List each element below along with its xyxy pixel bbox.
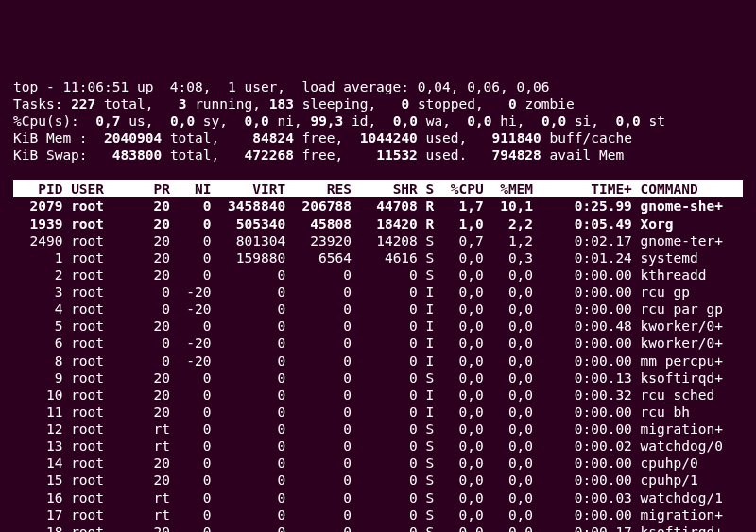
cell-time: 0:00.48 (558, 318, 632, 334)
cell-s: S (418, 438, 434, 454)
cell-pid: 15 (13, 472, 62, 488)
cell-shr: 0 (360, 524, 418, 532)
cell-pr: 20 (146, 233, 170, 249)
cell-pid: 11 (13, 404, 62, 420)
tasks-running: 3 (179, 96, 187, 112)
cell-time: 0:25.99 (558, 198, 632, 214)
cell-virt: 0 (219, 353, 285, 369)
cell-s: S (418, 421, 434, 437)
col-cpu[interactable]: %CPU (442, 181, 484, 197)
col-ni[interactable]: NI (179, 181, 212, 197)
cell-s: S (418, 250, 434, 266)
cell-command: rcu_bh (641, 404, 690, 420)
cell-command: cpuhp/0 (641, 455, 698, 471)
process-row[interactable]: 2079 root 20 0 3458840 206788 44708 R 1,… (13, 197, 743, 215)
cell-shr: 4616 (360, 250, 418, 266)
process-row[interactable]: 2 root 20 0 0 0 0 S 0,0 0,0 0:00.00 kthr… (13, 266, 743, 283)
col-command[interactable]: COMMAND (641, 181, 723, 197)
process-row[interactable]: 17 root rt 0 0 0 0 S 0,0 0,0 0:00.00 mig… (13, 506, 743, 523)
cell-ni: 0 (179, 267, 212, 283)
cell-pr: rt (146, 490, 170, 506)
col-user[interactable]: USER (71, 181, 146, 197)
col-virt[interactable]: VIRT (219, 181, 285, 197)
cell-res: 0 (294, 455, 352, 471)
cell-command: kthreadd (641, 267, 707, 283)
col-res[interactable]: RES (294, 181, 352, 197)
cell-pr: rt (146, 421, 170, 437)
cpu-sy: 0,0 (170, 113, 195, 129)
process-row[interactable]: 1939 root 20 0 505340 45808 18420 R 1,0 … (13, 215, 743, 232)
process-row[interactable]: 2490 root 20 0 801304 23920 14208 S 0,7 … (13, 232, 743, 249)
cell-time: 0:00.03 (558, 490, 632, 506)
cell-ni: 0 (179, 421, 212, 437)
cell-pr: 20 (146, 370, 170, 386)
process-row[interactable]: 10 root 20 0 0 0 0 I 0,0 0,0 0:00.32 rcu… (13, 386, 743, 403)
process-row[interactable]: 1 root 20 0 159880 6564 4616 S 0,0 0,3 0… (13, 249, 743, 266)
process-row[interactable]: 3 root 0 -20 0 0 0 I 0,0 0,0 0:00.00 rcu… (13, 283, 743, 300)
process-row[interactable]: 6 root 0 -20 0 0 0 I 0,0 0,0 0:00.00 kwo… (13, 335, 743, 352)
cell-time: 0:05.49 (558, 216, 632, 232)
process-row[interactable]: 18 root 20 0 0 0 0 S 0,0 0,0 0:00.17 kso… (13, 523, 743, 532)
process-row[interactable]: 12 root rt 0 0 0 0 S 0,0 0,0 0:00.00 mig… (13, 420, 743, 438)
cell-mem: 0,0 (491, 353, 533, 369)
cell-ni: 0 (179, 455, 212, 471)
process-row[interactable]: 5 root 20 0 0 0 0 I 0,0 0,0 0:00.48 kwor… (13, 317, 743, 335)
process-row[interactable]: 16 root rt 0 0 0 0 S 0,0 0,0 0:00.03 wat… (13, 489, 743, 506)
cell-time: 0:00.00 (558, 472, 632, 488)
cell-user: root (71, 250, 146, 266)
swap-avail: 794828 (491, 147, 541, 163)
process-row[interactable]: 11 root 20 0 0 0 0 I 0,0 0,0 0:00.00 rcu… (13, 403, 743, 420)
cell-user: root (71, 387, 146, 403)
cell-res: 206788 (294, 198, 352, 214)
cell-command: Xorg (641, 216, 674, 232)
terminal-output[interactable]: top - 11:06:51 up 4:08, 1 user, load ave… (13, 78, 743, 533)
cell-pid: 12 (13, 421, 62, 437)
cell-time: 0:00.00 (558, 335, 632, 351)
process-row[interactable]: 4 root 0 -20 0 0 0 I 0,0 0,0 0:00.00 rcu… (13, 300, 743, 317)
cell-mem: 0,3 (491, 250, 533, 266)
cell-s: I (418, 284, 434, 300)
cell-command: gnome-ter+ (641, 233, 723, 249)
col-pid[interactable]: PID (13, 181, 62, 197)
cell-time: 0:00.00 (558, 507, 632, 523)
cell-command: rcu_sched (641, 387, 715, 403)
cell-res: 0 (294, 490, 352, 506)
cell-s: S (418, 490, 434, 506)
col-mem[interactable]: %MEM (491, 181, 533, 197)
process-row[interactable]: 14 root 20 0 0 0 0 S 0,0 0,0 0:00.00 cpu… (13, 455, 743, 472)
tasks-total: 227 (71, 96, 95, 112)
cell-mem: 0,0 (491, 335, 533, 351)
cell-command: ksoftirqd+ (641, 370, 723, 386)
cell-s: R (418, 198, 434, 214)
col-s[interactable]: S (418, 181, 434, 197)
cell-res: 0 (294, 438, 352, 454)
cell-ni: 0 (179, 216, 212, 232)
cell-time: 0:00.17 (558, 524, 632, 532)
cell-mem: 0,0 (491, 507, 533, 523)
cell-pid: 5 (13, 318, 62, 334)
cell-pid: 2079 (13, 198, 62, 214)
summary-line-swap: KiB Swap: 483800 total, 472268 free, 115… (13, 146, 743, 163)
cell-user: root (71, 404, 146, 420)
process-row[interactable]: 9 root 20 0 0 0 0 S 0,0 0,0 0:00.13 ksof… (13, 369, 743, 386)
process-row[interactable]: 13 root rt 0 0 0 0 S 0,0 0,0 0:00.02 wat… (13, 438, 743, 455)
cell-command: migration+ (641, 507, 723, 523)
cell-user: root (71, 370, 146, 386)
cell-s: I (418, 387, 434, 403)
cell-mem: 0,0 (491, 284, 533, 300)
col-time[interactable]: TIME+ (558, 181, 632, 197)
cell-cpu: 0,0 (442, 353, 484, 369)
cell-virt: 0 (219, 438, 285, 454)
cell-ni: 0 (179, 507, 212, 523)
col-pr[interactable]: PR (146, 181, 170, 197)
cell-time: 0:00.00 (558, 284, 632, 300)
process-row[interactable]: 8 root 0 -20 0 0 0 I 0,0 0,0 0:00.00 mm_… (13, 352, 743, 369)
cell-pr: 0 (146, 353, 170, 369)
cell-shr: 44708 (360, 198, 418, 214)
col-shr[interactable]: SHR (360, 181, 418, 197)
cell-time: 0:00.00 (558, 267, 632, 283)
cell-virt: 159880 (219, 250, 285, 266)
cell-pr: 20 (146, 404, 170, 420)
column-header-row[interactable]: PID USER PR NI VIRT RES SHR S %CPU %MEM … (13, 180, 743, 197)
process-row[interactable]: 15 root 20 0 0 0 0 S 0,0 0,0 0:00.00 cpu… (13, 472, 743, 489)
